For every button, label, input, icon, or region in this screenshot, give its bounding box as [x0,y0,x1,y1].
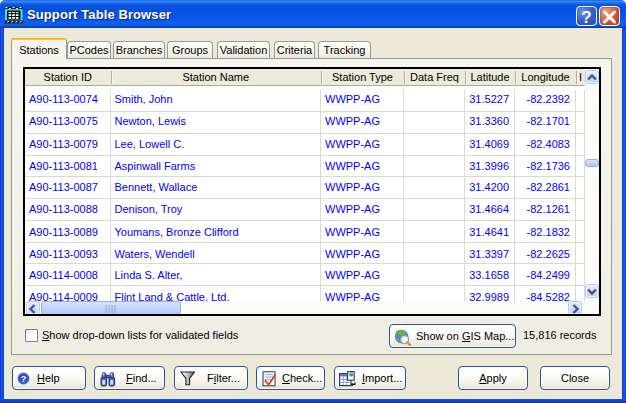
svg-text:?: ? [581,8,591,25]
svg-text:?: ? [21,374,27,384]
